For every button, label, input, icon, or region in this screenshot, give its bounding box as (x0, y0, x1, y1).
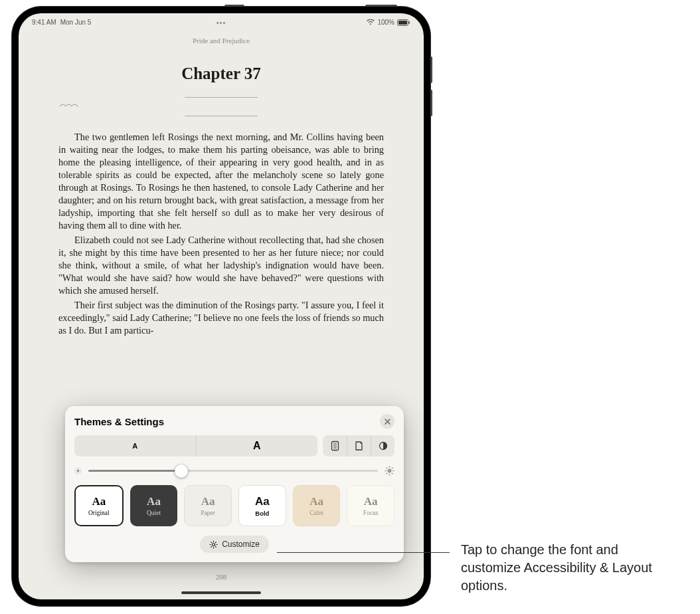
book-title: Pride and Prejudice (58, 37, 384, 45)
ipad-volume-up (430, 56, 432, 83)
theme-paper[interactable]: Aa Paper (184, 485, 232, 526)
theme-label: Calm (309, 510, 323, 516)
svg-line-22 (387, 468, 388, 469)
callout-text: Tap to change the font and customize Acc… (461, 541, 680, 595)
status-date: Mon Jun 5 (60, 19, 92, 26)
theme-original[interactable]: Aa Original (74, 485, 124, 526)
theme-label: Bold (255, 510, 269, 517)
ipad-top-button (224, 5, 244, 7)
font-size-segmented: A A (74, 435, 317, 457)
ipad-volume-down (430, 90, 432, 116)
ipad-device-frame: ••• 9:41 AM Mon Jun 5 100% Pride and Pre… (12, 7, 430, 606)
theme-label: Quiet (147, 510, 161, 516)
appearance-button[interactable] (371, 435, 394, 457)
brightness-high-icon (385, 466, 394, 476)
svg-point-17 (388, 469, 392, 473)
theme-label: Original (88, 510, 110, 516)
book-page[interactable]: Pride and Prejudice Chapter 37 The two g… (19, 27, 424, 337)
brightness-slider-row (74, 466, 394, 476)
theme-label: Paper (201, 510, 215, 516)
svg-line-24 (392, 468, 393, 469)
customize-label: Customize (222, 540, 260, 549)
battery-icon (397, 19, 410, 26)
page-number: 208 (19, 573, 424, 581)
book-paragraph: The two gentlemen left Rosings the next … (58, 131, 384, 232)
contrast-icon (378, 441, 389, 451)
panel-title: Themes & Settings (74, 416, 164, 427)
svg-point-8 (77, 470, 80, 472)
brightness-slider[interactable] (88, 470, 378, 472)
page-view-button[interactable] (347, 435, 371, 457)
svg-rect-1 (398, 21, 407, 25)
page-curl-icon (354, 441, 364, 451)
svg-line-25 (387, 473, 388, 474)
font-smaller-button[interactable]: A (74, 435, 197, 457)
themes-settings-panel: Themes & Settings A A (65, 406, 404, 562)
chapter-ornament-icon (58, 91, 384, 122)
close-icon (385, 419, 391, 425)
close-button[interactable] (380, 414, 394, 429)
theme-options-row: Aa Original Aa Quiet Aa Paper Aa Bold Aa (74, 485, 394, 526)
chapter-heading: Chapter 37 (58, 64, 384, 83)
ipad-screen: ••• 9:41 AM Mon Jun 5 100% Pride and Pre… (19, 13, 424, 599)
status-battery-label: 100% (377, 19, 394, 26)
brightness-low-icon (74, 467, 82, 474)
gear-icon (209, 540, 218, 549)
scroll-view-button[interactable] (323, 435, 347, 457)
brightness-fill (88, 470, 181, 472)
ipad-power-button (365, 5, 397, 7)
brightness-thumb[interactable] (175, 464, 188, 478)
callout-leader-line (277, 552, 450, 553)
scroll-view-icon (330, 441, 340, 451)
home-indicator[interactable] (181, 591, 261, 594)
theme-quiet[interactable]: Aa Quiet (130, 485, 178, 526)
view-options-group (323, 435, 394, 457)
svg-rect-2 (409, 21, 410, 24)
svg-line-13 (76, 468, 76, 469)
svg-line-14 (80, 472, 80, 473)
svg-line-16 (76, 472, 76, 473)
svg-line-15 (80, 468, 80, 469)
font-larger-button[interactable]: A (197, 435, 318, 457)
customize-button[interactable]: Customize (200, 536, 269, 553)
book-paragraph: Elizabeth could not see Lady Catherine w… (58, 234, 384, 297)
svg-point-26 (213, 543, 215, 546)
theme-bold[interactable]: Aa Bold (238, 485, 286, 526)
theme-calm[interactable]: Aa Calm (293, 485, 341, 526)
wifi-icon (367, 19, 375, 25)
theme-focus[interactable]: Aa Focus (347, 485, 394, 526)
theme-label: Focus (363, 510, 379, 516)
book-paragraph: Their first subject was the diminution o… (58, 299, 384, 337)
svg-line-23 (392, 473, 393, 474)
multitask-handle-icon[interactable]: ••• (217, 19, 226, 27)
status-time: 9:41 AM (32, 19, 56, 26)
